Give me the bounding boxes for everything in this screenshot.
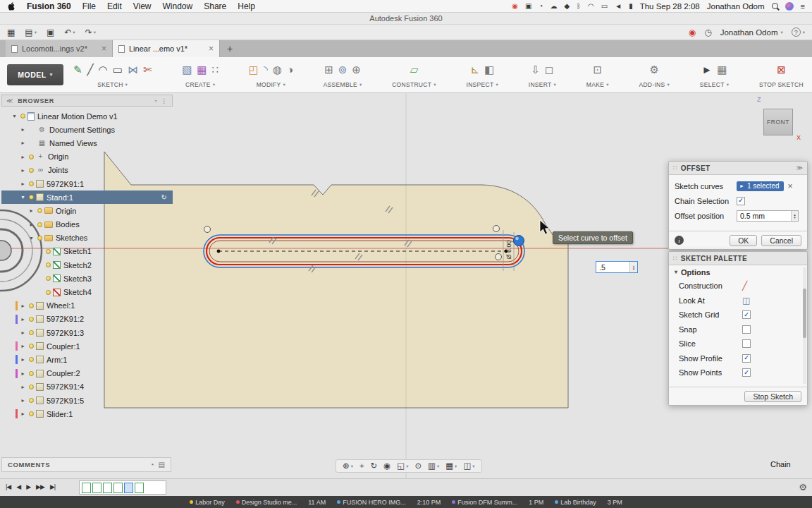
save-icon[interactable]: ▣ (47, 28, 54, 37)
stand-face[interactable] (104, 152, 568, 408)
browser-item-linear-motion-demo-v1[interactable]: ▾Linear Motion Demo v1 (1, 109, 173, 123)
mirror-icon[interactable]: ⋈ (128, 64, 138, 75)
browser-item-sketches[interactable]: ▾Sketches (1, 231, 173, 245)
browser-item-origin[interactable]: ▸Origin (1, 204, 173, 217)
create-form-icon[interactable]: ▦ (197, 64, 207, 75)
browser-item-named-views[interactable]: ▸▦Named Views (1, 136, 173, 150)
stop-sketch-icon[interactable]: ⊠ (777, 64, 786, 75)
bluetooth-icon[interactable]: ᛒ (577, 3, 581, 10)
visibility-bulb-icon[interactable] (46, 276, 51, 281)
scripts-addins-icon[interactable]: ⚙ (650, 64, 659, 75)
redo-icon[interactable]: ↷▾ (85, 28, 96, 37)
look-at-icon[interactable]: ◉ (383, 462, 390, 471)
palette-scrollbar[interactable] (803, 267, 806, 384)
window-titlebar[interactable]: Autodesk Fusion 360 (0, 13, 812, 25)
visibility-bulb-icon[interactable] (29, 411, 34, 416)
grid-layout-icon[interactable]: ▦▾ (445, 462, 457, 471)
stop-sketch-button[interactable]: Stop Sketch (744, 391, 801, 402)
timeline-feature-4[interactable] (113, 483, 123, 493)
expand-caret-icon[interactable]: ▸ (27, 207, 35, 214)
menu-view[interactable]: View (133, 1, 152, 11)
undo-icon[interactable]: ↶▾ (64, 28, 75, 37)
cloud-icon[interactable]: ☁ (550, 3, 557, 10)
view-cube[interactable]: Z FRONT X (756, 96, 802, 143)
new-component-icon[interactable]: ⊞ (324, 64, 333, 75)
mirroring-icon[interactable]: ▭ (601, 3, 608, 10)
browser-item-5972k91-1[interactable]: ▸5972K91:1 (1, 177, 173, 190)
info-icon[interactable]: i (675, 236, 684, 245)
menu-file[interactable]: File (82, 1, 96, 11)
shell-icon[interactable]: ◍ (273, 64, 282, 75)
browser-item-5972k91-2[interactable]: ▸5972K91:2 (1, 313, 173, 326)
expand-caret-icon[interactable]: ▸ (19, 167, 27, 174)
browser-header[interactable]: ≪ BROWSER ▫ ⋮ (1, 95, 173, 107)
expand-caret-icon[interactable]: ▾ (27, 235, 35, 241)
browser-item-bodies[interactable]: ▸Bodies (1, 218, 173, 231)
visibility-bulb-icon[interactable] (29, 195, 34, 200)
3d-print-icon[interactable]: ⊡ (593, 64, 603, 75)
battery-icon[interactable]: ▮ (629, 3, 633, 10)
user-account-menu[interactable]: Jonathan Odom ▾ (720, 28, 783, 37)
spotlight-search-icon[interactable] (772, 3, 778, 9)
record-icon[interactable]: ◉ (689, 28, 696, 37)
expand-caret-icon[interactable]: ▸ (19, 397, 27, 404)
browser-item-5972k91-4[interactable]: ▸5972K91:4 (1, 380, 173, 394)
snap-checkbox[interactable] (742, 325, 751, 334)
expand-caret-icon[interactable]: ▸ (19, 370, 27, 377)
wifi-icon[interactable]: ◠ (588, 3, 594, 10)
timeline-strip[interactable] (79, 480, 166, 495)
pattern-icon[interactable]: ∷ (212, 64, 219, 75)
show-points-checkbox[interactable]: ✓ (742, 368, 751, 377)
browser-item-wheel-1[interactable]: ▸Wheel:1 (1, 299, 173, 313)
ok-button[interactable]: OK (730, 235, 757, 246)
expand-caret-icon[interactable]: ▸ (19, 303, 27, 309)
expand-caret-icon[interactable]: ▸ (19, 126, 27, 133)
sketch-palette-header[interactable]: ∷ SKETCH PALETTE (669, 252, 807, 265)
display-settings-icon[interactable]: ▥▾ (428, 462, 439, 471)
insert-mesh-icon[interactable]: ⇩ (531, 64, 540, 75)
visibility-bulb-icon[interactable] (29, 357, 34, 362)
timeline-feature-3[interactable] (103, 483, 112, 493)
visibility-bulb-icon[interactable] (37, 208, 42, 213)
browser-item-sketch2[interactable]: Sketch2 (1, 258, 173, 272)
visibility-bulb-icon[interactable] (29, 317, 34, 322)
rigid-group-icon[interactable]: ⊕ (352, 64, 361, 75)
arc-icon[interactable]: ◠ (99, 64, 108, 75)
orbit-mode-icon[interactable]: ⊕▾ (343, 462, 353, 471)
scrollbar-thumb[interactable] (803, 289, 806, 338)
menubar-user[interactable]: Jonathan Odom (707, 2, 765, 11)
chain-selection-checkbox[interactable]: ✓ (737, 197, 745, 205)
show-profile-checkbox[interactable]: ✓ (742, 354, 751, 363)
help-menu[interactable]: ? ▾ (792, 28, 805, 37)
look-at-icon[interactable]: ◫ (742, 296, 750, 306)
expand-caret-icon[interactable]: ▸ (19, 181, 27, 187)
dropbox-icon[interactable]: ◆ (564, 3, 570, 10)
visibility-bulb-icon[interactable] (20, 114, 25, 119)
create-sketch-icon[interactable]: ✎ (73, 64, 82, 75)
file-menu-icon[interactable]: ▤▾ (25, 28, 37, 37)
offset-distance-input[interactable]: .5 ▴ ▾ (596, 261, 638, 273)
slice-checkbox[interactable] (742, 339, 751, 348)
viewcube-front-face[interactable]: FRONT (763, 109, 793, 135)
visibility-bulb-icon[interactable] (46, 290, 51, 295)
browser-item-coupler-2[interactable]: ▸Coupler:2 (1, 367, 173, 380)
go-to-start-icon[interactable]: |◀ (6, 483, 11, 490)
selection-badge[interactable]: ► 1 selected (737, 181, 784, 191)
visibility-bulb-icon[interactable] (29, 385, 34, 389)
siri-icon[interactable] (785, 2, 794, 11)
cancel-button[interactable]: Cancel (761, 235, 801, 246)
visibility-bulb-icon[interactable] (46, 262, 51, 267)
browser-item-5972k91-3[interactable]: ▸5972K91:3 (1, 326, 173, 339)
rectangle-icon[interactable]: ▭ (113, 64, 123, 75)
comments-bar[interactable]: COMMENTS ◔▤ (1, 457, 171, 472)
expand-caret-icon[interactable]: ▾ (11, 113, 18, 119)
offset-dialog-header[interactable]: ∷ OFFSET ≫ (669, 162, 807, 175)
visibility-bulb-icon[interactable] (37, 222, 42, 227)
screen-record-icon[interactable]: ◉ (512, 3, 518, 10)
spin-down-icon[interactable]: ▾ (633, 267, 635, 270)
timeline-feature-2[interactable] (92, 483, 102, 493)
options-section-header[interactable]: ▾ Options (669, 265, 807, 279)
display-icon[interactable]: ▣ (525, 3, 531, 10)
play-icon[interactable]: ▶ (26, 483, 30, 490)
browser-item-slider-1[interactable]: ▸Slider:1 (1, 407, 173, 421)
